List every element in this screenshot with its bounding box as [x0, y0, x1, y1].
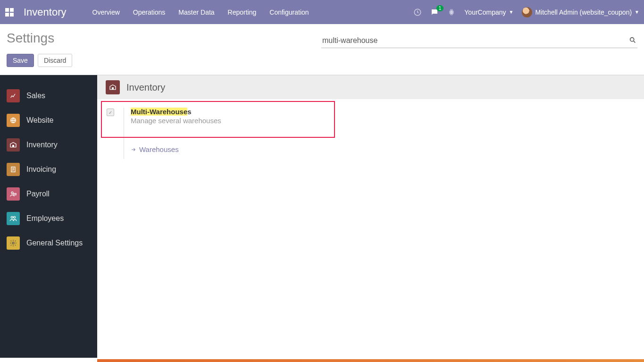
- sidebar-item-inventory[interactable]: Inventory: [0, 133, 97, 157]
- discard-button[interactable]: Discard: [38, 54, 72, 67]
- svg-rect-4: [12, 145, 14, 147]
- employees-icon: [7, 212, 20, 225]
- bottom-accent-bar: [97, 359, 644, 362]
- settings-main: Inventory ✓ Multi-Warehouses Manage seve…: [97, 75, 644, 358]
- payroll-icon: [7, 187, 20, 201]
- sidebar-item-label: Website: [26, 116, 54, 125]
- svg-rect-7: [14, 194, 16, 195]
- sidebar-item-payroll[interactable]: Payroll: [0, 182, 97, 206]
- inventory-icon: [7, 138, 20, 152]
- arrow-right-icon: [131, 147, 136, 152]
- caret-down-icon: ▼: [509, 9, 514, 15]
- sidebar-item-label: Payroll: [26, 190, 50, 198]
- gear-icon: [7, 236, 20, 250]
- svg-point-9: [14, 216, 16, 218]
- page-title: Settings: [7, 31, 54, 46]
- save-button[interactable]: Save: [7, 54, 34, 67]
- sidebar-item-label: General Settings: [26, 239, 83, 247]
- setting-title: Multi-Warehouses: [131, 108, 221, 116]
- debug-icon[interactable]: [447, 8, 456, 17]
- apps-icon[interactable]: [5, 8, 14, 17]
- company-name: YourCompany: [464, 8, 506, 16]
- sidebar-item-employees[interactable]: Employees: [0, 206, 97, 231]
- setting-title-rest: s: [187, 108, 191, 116]
- menu-operations[interactable]: Operations: [133, 8, 165, 16]
- top-navbar: Inventory Overview Operations Master Dat…: [0, 0, 644, 24]
- inventory-icon: [106, 80, 120, 94]
- app-brand[interactable]: Inventory: [24, 6, 67, 18]
- top-menu: Overview Operations Master Data Reportin…: [92, 8, 309, 16]
- search-icon[interactable]: [629, 36, 636, 44]
- menu-overview[interactable]: Overview: [92, 8, 120, 16]
- setting-multi-warehouses: ✓ Multi-Warehouses Manage several wareho…: [97, 99, 644, 165]
- activity-icon[interactable]: [413, 8, 422, 17]
- multi-warehouses-checkbox[interactable]: ✓: [107, 109, 114, 116]
- user-name: Mitchell Admin (website_coupon): [535, 8, 632, 16]
- setting-description: Manage several warehouses: [131, 117, 221, 125]
- section-title: Inventory: [126, 82, 165, 93]
- sales-icon: [7, 89, 20, 102]
- warehouses-link-label: Warehouses: [139, 145, 179, 153]
- warehouses-link[interactable]: Warehouses: [131, 145, 179, 153]
- setting-title-highlight: Multi-Warehouse: [131, 108, 187, 116]
- invoicing-icon: [7, 163, 20, 176]
- svg-point-6: [11, 192, 13, 194]
- sidebar-item-invoicing[interactable]: Invoicing: [0, 157, 97, 182]
- messages-icon[interactable]: 1: [430, 8, 439, 17]
- svg-point-10: [12, 242, 14, 244]
- sidebar-item-label: Inventory: [26, 141, 58, 149]
- menu-reporting[interactable]: Reporting: [228, 8, 257, 16]
- svg-point-1: [450, 10, 453, 14]
- sidebar-item-website[interactable]: Website: [0, 108, 97, 133]
- sidebar-item-label: Invoicing: [26, 165, 56, 174]
- svg-rect-11: [112, 87, 114, 90]
- settings-sidebar: Sales Website Inventory Invoicing Payrol…: [0, 75, 97, 358]
- sidebar-item-sales[interactable]: Sales: [0, 84, 97, 108]
- sidebar-item-label: Sales: [26, 92, 45, 100]
- caret-down-icon: ▼: [635, 9, 639, 15]
- search-input[interactable]: [321, 34, 637, 48]
- action-bar: Save Discard: [0, 48, 644, 75]
- avatar: [522, 7, 532, 17]
- messages-badge: 1: [436, 5, 444, 11]
- sidebar-item-label: Employees: [26, 214, 64, 223]
- menu-master-data[interactable]: Master Data: [178, 8, 214, 16]
- company-switcher[interactable]: YourCompany ▼: [464, 8, 513, 16]
- globe-icon: [7, 114, 20, 127]
- sidebar-item-general-settings[interactable]: General Settings: [0, 231, 97, 255]
- menu-configuration[interactable]: Configuration: [269, 8, 309, 16]
- user-menu[interactable]: Mitchell Admin (website_coupon) ▼: [522, 7, 639, 17]
- section-header-inventory: Inventory: [97, 75, 644, 99]
- svg-point-2: [630, 38, 634, 42]
- page-header: Settings: [0, 24, 644, 48]
- settings-search: [321, 34, 637, 48]
- svg-point-8: [11, 216, 13, 218]
